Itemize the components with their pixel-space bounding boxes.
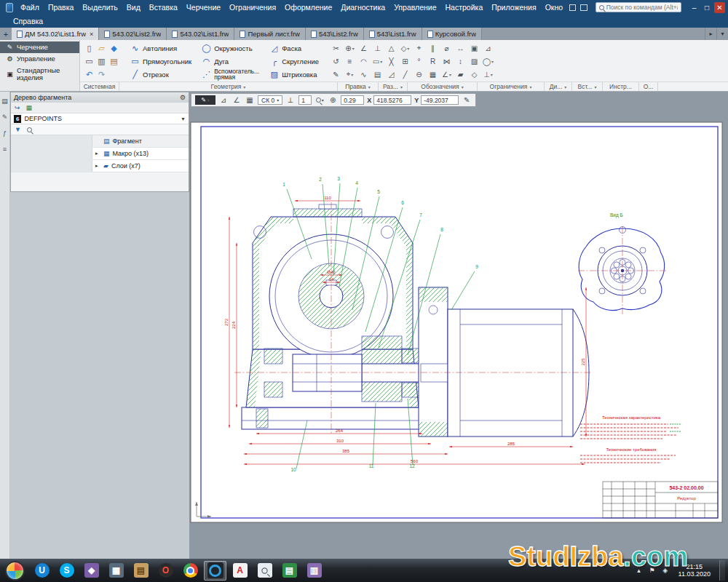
media-player-button[interactable]: ◆ (80, 561, 103, 581)
tree-search-icon[interactable] (27, 127, 32, 132)
panel-icon[interactable]: ✎ (2, 113, 8, 121)
archive-button[interactable]: ▥ (303, 561, 325, 581)
insert-fragment-icon[interactable]: ↪ (15, 104, 20, 111)
tool-icon-button[interactable]: ⌀ (440, 41, 454, 55)
open-icon[interactable]: ▱ (95, 41, 108, 55)
drawing-canvas-area[interactable]: Вид Б 543-2 02.00.00 Редукт (189, 92, 728, 559)
document-tab[interactable]: Курсовой.frw (422, 28, 482, 40)
tool-icon-button[interactable]: △ (384, 41, 398, 55)
tool-icon-button[interactable]: ◠ (357, 55, 371, 68)
search-input[interactable] (606, 4, 678, 11)
tool-icon-button[interactable]: ▭▾ (371, 55, 384, 68)
start-button[interactable] (5, 561, 25, 581)
panel-icon[interactable]: ≡ (3, 146, 7, 153)
menu-item[interactable]: Выделить (78, 1, 122, 13)
menu-item[interactable]: Приложения (487, 1, 540, 13)
tool-button[interactable]: ╭Скругление (265, 55, 323, 68)
tool-icon-button[interactable]: ╱ (398, 68, 412, 81)
redo-icon[interactable]: ↷ (95, 68, 108, 81)
tool-icon-button[interactable]: ↔ (454, 41, 467, 55)
tool-button[interactable]: ╱Отрезок (126, 68, 196, 81)
ribbon-section[interactable]: О... (639, 82, 658, 91)
zoom-tool-icon[interactable]: ▾ (314, 97, 325, 103)
scale-field[interactable]: 1 (298, 95, 312, 105)
tool-button[interactable]: ◯Окружность (197, 41, 264, 55)
tree-item[interactable]: ▸▦Макро (х13) (11, 148, 189, 160)
tool-button[interactable]: ◿Фаска (265, 41, 323, 55)
document-tab[interactable]: ДМ 543.02\List1.frw× (12, 28, 99, 40)
grid-icon[interactable]: ▦ (245, 96, 255, 104)
ribbon-section[interactable]: Вст...▾ (572, 82, 603, 91)
tray-network-icon[interactable]: ◈ (661, 566, 670, 575)
tool-icon-button[interactable]: ∠▾ (440, 68, 454, 81)
show-desktop-button[interactable] (719, 560, 725, 581)
document-tab[interactable]: Первый лист.frw (234, 28, 305, 40)
menu-item[interactable]: Оформление (280, 1, 336, 13)
close-button[interactable]: ✕ (714, 2, 725, 13)
kompas-a-button[interactable]: A (229, 561, 251, 581)
tool-icon-button[interactable]: ✎ (329, 68, 343, 81)
tool-button[interactable]: ◠Дуга (197, 55, 264, 68)
tool-icon-button[interactable]: ▣ (467, 41, 481, 55)
tool-icon-button[interactable]: ⌖ (412, 41, 426, 55)
tray-flag-icon[interactable]: ⚑ (648, 566, 657, 575)
category-item[interactable]: ▣Стандартные изделия (0, 65, 79, 84)
tool-icon-button[interactable]: ∥ (426, 41, 440, 55)
document-tab[interactable]: 543\List2.frw (306, 28, 364, 40)
tool-icon-button[interactable]: ▤ (371, 68, 384, 81)
tool-icon-button[interactable]: ∿ (357, 68, 371, 81)
undo-icon[interactable]: ↶ (83, 68, 95, 81)
new-document-icon[interactable]: ▯ (83, 41, 95, 55)
chevron-down-icon[interactable]: ▼ (181, 116, 186, 121)
tool-icon-button[interactable]: ⊿ (481, 41, 495, 55)
kompas-button[interactable] (204, 561, 226, 581)
tool-icon-button[interactable]: ↕ (454, 55, 467, 68)
tool-button[interactable]: ▨Штриховка (265, 68, 323, 81)
category-item[interactable]: ⚙Управление (0, 53, 79, 65)
ribbon-section[interactable]: Инстр... (603, 82, 639, 91)
y-value-field[interactable]: -49.2037 (421, 95, 459, 105)
tool-icon-button[interactable]: ▦ (426, 68, 440, 81)
ribbon-section[interactable]: Ди...▾ (545, 82, 572, 91)
layout-window-icon[interactable] (569, 4, 576, 11)
ribbon-section[interactable]: Обозначения▾ (408, 82, 478, 91)
snap-angle-icon[interactable]: ⊿ (218, 96, 229, 104)
panel-icon[interactable]: ƒ (3, 129, 7, 137)
tool-icon-button[interactable]: ° (412, 55, 426, 68)
x-value-field[interactable]: 418.5276 (373, 95, 411, 105)
insert-image-icon[interactable]: ▦ (26, 104, 33, 111)
menu-item[interactable]: Вид (122, 1, 145, 13)
search-tool-button[interactable] (253, 561, 276, 581)
tool-icon-button[interactable]: ⊥ (371, 41, 384, 55)
ribbon-section[interactable]: Геометрия▾ (119, 82, 338, 91)
document-tab[interactable]: 543\List1.frw (364, 28, 422, 40)
tool-icon-button[interactable]: ∠ (357, 41, 371, 55)
tool-button[interactable]: ∿Автолиния (126, 41, 196, 55)
utorrent-button[interactable]: U (31, 561, 53, 581)
chrome-button[interactable] (179, 561, 202, 581)
tool-icon-button[interactable]: ◿ (384, 68, 398, 81)
tab-close-icon[interactable]: × (88, 31, 93, 38)
ribbon-section[interactable]: Раз...▾ (379, 82, 408, 91)
document-tab[interactable]: 543.02\List2.frw (99, 28, 167, 40)
tool-icon-button[interactable]: ◇▾ (398, 41, 412, 55)
menu-item[interactable]: Диагностика (336, 1, 389, 13)
tree-item[interactable]: ▤Фрагмент (11, 135, 189, 148)
tool-icon-button[interactable]: ◯▾ (481, 55, 495, 68)
category-item[interactable]: ✎Черчение (0, 41, 79, 53)
tool-icon-button[interactable]: ⊖ (412, 68, 426, 81)
tray-expand-icon[interactable]: ▴ (635, 566, 644, 575)
menu-item[interactable]: Файл (16, 1, 44, 13)
menu-item[interactable]: Правка (44, 1, 78, 13)
tool-icon-button[interactable]: R (426, 55, 440, 68)
ribbon-section[interactable]: Системная (80, 82, 119, 91)
notes-button[interactable]: ▤ (130, 561, 152, 581)
clipboard-icon[interactable]: ▤ (108, 55, 120, 68)
menu-item[interactable]: Окно (541, 1, 567, 13)
tool-icon-button[interactable]: ╳ (384, 55, 398, 68)
drawing-canvas[interactable]: Вид Б 543-2 02.00.00 Редукт (189, 92, 728, 559)
coordinate-system-select[interactable]: СК 0 ▾ (258, 95, 282, 105)
tool-icon-button[interactable]: ◇ (467, 68, 481, 81)
save-icon[interactable]: ◆ (108, 41, 120, 55)
layout-window-icon[interactable] (580, 4, 587, 11)
